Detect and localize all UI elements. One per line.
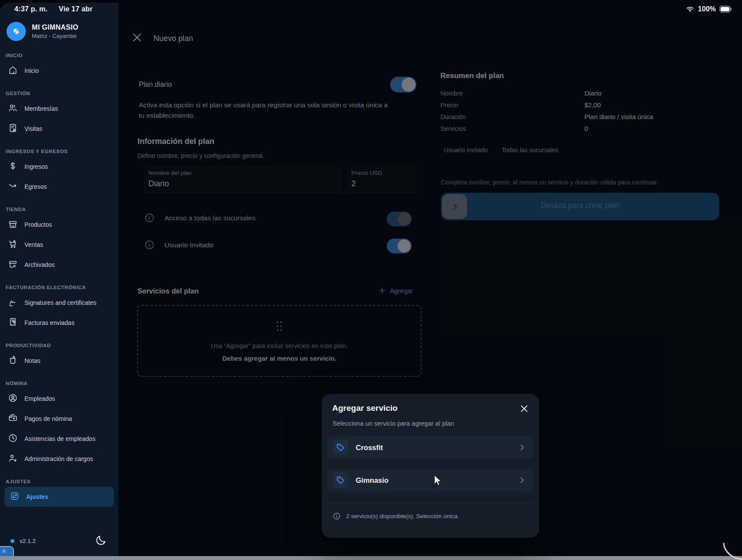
moon-icon[interactable] [95,534,107,548]
sidebar-item-ventas[interactable]: Ventas [0,235,118,255]
payroll-icon [8,413,18,424]
trend-down-icon [8,181,18,192]
version-row: v2.1.2 [0,534,118,548]
sidebar-item-facturas[interactable]: Facturas enviadas [0,313,118,333]
storefront-x-icon [8,259,18,270]
gym-branch: Matriz - Cayambe [32,33,78,39]
employee-icon [8,393,18,404]
tag-icon [333,472,348,488]
sidebar-item-visitas[interactable]: Visitas [0,119,118,139]
clock: 4:37 p. m. [14,5,48,13]
modal-footer: 2 servicio(s) disponible(s). Selección ú… [327,503,533,520]
modal-subtitle: Selecciona un servicio para agregar al p… [333,420,454,427]
add-service-modal: Agregar servicio Selecciona un servicio … [322,394,539,538]
visits-icon [8,123,18,134]
mouse-cursor [431,474,444,490]
battery-percent: 100% [698,5,716,13]
dumbbell-icon [7,22,26,41]
section-tienda: TIENDA [6,207,118,212]
modal-title: Agregar servicio [332,403,398,413]
sidebar-item-egresos[interactable]: Egresos [0,177,118,197]
section-nomina: NÓMINA [6,381,118,386]
home-icon [8,65,18,76]
sidebar-item-inicio[interactable]: Inicio [0,61,118,81]
corner-swoosh [722,540,742,560]
sidebar: MI GIMNASIO Matriz - Cayambe INICIO Inic… [0,3,118,560]
sidebar-item-ajustes[interactable]: Ajustes [4,487,114,507]
sidebar-item-ingresos[interactable]: Ingresos [0,157,118,177]
date: Vie 17 abr [59,5,93,13]
statusbar-left: 4:37 p. m.Vie 17 abr [14,5,104,13]
info-icon [333,512,341,520]
service-option-crossfit[interactable]: Crossfit [327,436,533,459]
dollar-icon [8,161,18,172]
sidebar-item-pagos-nomina[interactable]: Pagos de nómina [0,409,118,429]
gym-name: MI GIMNASIO [32,24,78,31]
section-facturacion: FACTURACIÓN ELECTRÓNICA [6,285,118,290]
section-productividad: PRODUCTIVIDAD [6,343,118,348]
storefront-icon [8,219,18,230]
chevron-right-icon [518,443,526,452]
sidebar-item-empleados[interactable]: Empleados [0,389,118,409]
sidebar-item-notas[interactable]: Notas [0,351,118,371]
section-gestion: GESTIÓN [6,91,118,96]
members-icon [8,103,18,114]
sidebar-item-asistencias[interactable]: Asistencias de empleados [0,429,118,449]
sidebar-item-productos[interactable]: Productos [0,215,118,235]
section-ajustes: AJUSTES [6,479,118,484]
section-inicio: INICIO [6,53,118,58]
section-ingresos-egresos: INGRESOS Y EGRESOS [6,149,118,154]
sidebar-nav: INICIO Inicio GESTIÓN Membresías Visitas… [0,41,118,507]
modal-close-button[interactable] [516,401,532,417]
app-screen: 4:37 p. m.Vie 17 abr 100% MI GIMNASIO Ma… [0,0,742,560]
invoice-icon [8,317,18,328]
chevron-right-icon [518,476,526,485]
clock-icon [8,433,18,444]
notes-icon [8,355,18,366]
statusbar-right: 100% [686,5,732,14]
battery-icon [719,5,732,13]
home-indicator-bar [0,556,742,560]
sidebar-item-archivados[interactable]: Archivados [0,255,118,275]
tag-icon [333,440,348,455]
service-option-gimnasio[interactable]: Gimnasio [327,469,533,492]
sidebar-item-membresias[interactable]: Membresías [0,99,118,119]
cart-icon [8,239,18,250]
sidebar-item-cargos[interactable]: Administración de cargos [0,449,118,469]
settings-sliders-icon [10,491,20,502]
signature-icon [8,297,18,308]
person-plus-icon [8,453,18,464]
wifi-icon [686,5,694,14]
app-version: v2.1.2 [20,538,36,544]
modal-footer-note: 2 servicio(s) disponible(s). Selección ú… [346,513,459,519]
status-dot [10,539,14,543]
sidebar-item-signatures[interactable]: Signatures and certificates [0,293,118,313]
